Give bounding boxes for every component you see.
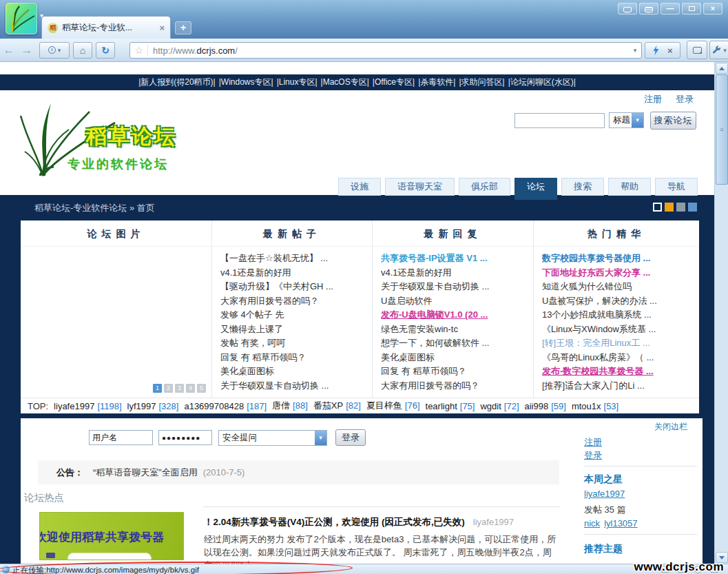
home-button[interactable]: ⌂ <box>73 42 92 59</box>
new-tab-button[interactable]: + <box>175 21 191 34</box>
top-user[interactable]: wgdit[72] <box>480 401 519 411</box>
browser-tab[interactable]: 稻 稻草论坛-专业软... × <box>41 16 171 39</box>
lightning-icon[interactable] <box>652 45 660 55</box>
nick-value-link[interactable]: lyl13057 <box>604 518 637 529</box>
top-user[interactable]: liyafe1997[1198] <box>54 401 121 411</box>
forum-topic[interactable]: 回复 有 稻草币领吗？ <box>220 351 372 365</box>
feedback-icon[interactable] <box>639 3 658 14</box>
register-link[interactable]: 注册 <box>644 93 662 105</box>
nick-label-link[interactable]: nick <box>584 518 600 529</box>
sidebar-register-link[interactable]: 注册 <box>584 436 602 449</box>
forum-tab[interactable]: 论坛 <box>514 178 557 200</box>
forum-tab[interactable]: 搜索 <box>561 178 604 196</box>
post-title[interactable]: ！2.04新共享拨号器(V4)正公测，欢迎使用 (因正式发布,已失效) <box>204 517 465 527</box>
forum-topic[interactable]: 又懒得去上课了 <box>220 322 372 337</box>
forum-tab[interactable]: 语音聊天室 <box>385 178 455 196</box>
history-button[interactable]: ▾ <box>39 42 70 59</box>
forum-topic[interactable]: 13个小妙招成就电脑系统 ... <box>542 308 699 322</box>
page-dot[interactable]: 3 <box>175 384 184 393</box>
forum-topic[interactable]: 《Linux与XWindow系统基 ... <box>542 322 699 337</box>
forum-topic[interactable]: 下面地址好东西大家分享 ... <box>542 266 699 280</box>
back-button[interactable]: ← <box>0 43 18 57</box>
search-category-select[interactable]: 标题 ▾ <box>609 112 644 128</box>
refresh-button[interactable]: ↻ <box>96 42 115 59</box>
top-user[interactable]: lyf1997[328] <box>127 401 179 411</box>
style-square[interactable] <box>688 203 697 212</box>
topnav-link[interactable]: |求助问答区| <box>459 76 504 88</box>
forum-topic[interactable]: [转]王垠：完全用Linux工 ... <box>542 336 699 351</box>
top-user[interactable]: 夏目梓鱼[76] <box>366 400 420 412</box>
forum-topic[interactable]: 【一盘在手☆装机无忧】 ... <box>220 252 372 266</box>
forum-topic[interactable]: 关于华硕双显卡自动切换 ... <box>220 379 372 393</box>
announcement-text[interactable]: “稻草语音聊天室”全面启用 <box>93 467 198 479</box>
settings-wrench-button[interactable]: ▾ <box>709 41 728 59</box>
close-button[interactable]: × <box>703 3 722 14</box>
maximize-button[interactable] <box>682 3 701 14</box>
security-question-select[interactable]: 安全提问 ▾ <box>218 430 327 446</box>
login-link[interactable]: 登录 <box>676 93 694 105</box>
search-forum-button[interactable]: 搜索论坛 <box>650 112 696 130</box>
top-user[interactable]: 唐僧[88] <box>272 400 308 412</box>
week-star-user-link[interactable]: liyafe1997 <box>584 489 625 499</box>
forum-tab[interactable]: 俱乐部 <box>459 178 510 196</box>
top-user[interactable]: 番茄XP[82] <box>313 400 361 412</box>
app-icon[interactable] <box>6 3 37 34</box>
style-square[interactable] <box>676 203 685 212</box>
forum-topic[interactable]: 大家有用旧拨号器的吗？ <box>381 379 533 393</box>
sidebar-login-link[interactable]: 登录 <box>584 449 602 462</box>
login-button[interactable]: 登录 <box>335 429 366 446</box>
url-text[interactable]: http://www.dcrjs.com/ <box>148 45 629 56</box>
topnav-link[interactable]: |新人报到(得20稻币)| <box>138 76 216 88</box>
top-user[interactable]: mtou1x[53] <box>572 401 618 411</box>
forum-topic[interactable]: U盘被写保护，解决的办法 ... <box>542 294 699 309</box>
tab-close-icon[interactable]: × <box>159 23 165 33</box>
style-square[interactable] <box>665 203 674 212</box>
forum-topic[interactable]: 美化桌面图标 <box>381 351 533 365</box>
forum-topic[interactable]: U盘启动软件 <box>381 294 533 309</box>
topnav-link[interactable]: |Windows专区| <box>219 76 273 88</box>
chat-icon[interactable] <box>618 3 637 14</box>
forum-tab[interactable]: 设施 <box>338 178 381 196</box>
page-dot[interactable]: 1 <box>153 384 162 393</box>
topnav-link[interactable]: |Linux专区| <box>277 76 318 88</box>
post-author[interactable]: liyafe1997 <box>473 517 514 527</box>
forum-topic[interactable]: 《鸟哥的Linux私房菜》（ ... <box>542 351 699 365</box>
bookmark-star-icon[interactable]: ☆ <box>130 45 148 56</box>
topnav-link[interactable]: |MacOS专区| <box>321 76 369 88</box>
forum-topic[interactable]: 关于华硕双显卡自动切换 ... <box>381 280 533 294</box>
page-dot[interactable]: 4 <box>186 384 195 393</box>
minimize-button[interactable]: — <box>661 3 680 14</box>
stop-icon[interactable]: × <box>667 45 673 56</box>
forum-topic[interactable]: v4.1还是新的好用 <box>381 266 533 280</box>
scroll-up-button[interactable] <box>716 63 728 74</box>
forum-topic[interactable]: 知道火狐为什么错位吗 <box>542 280 699 294</box>
forum-topic[interactable]: 发布-数字校园共享拨号器 ... <box>542 365 699 379</box>
forum-topic[interactable]: 发布-U盘电脑锁V1.0 (20 ... <box>381 308 533 322</box>
forum-topic[interactable]: 回复 有 稻草币领吗？ <box>381 365 533 379</box>
forum-topic[interactable]: 美化桌面图标 <box>220 365 372 379</box>
breadcrumb-page[interactable]: 首页 <box>137 203 155 213</box>
forward-button[interactable]: → <box>18 43 36 57</box>
topnav-link[interactable]: |论坛闲聊区(水区)| <box>508 76 576 88</box>
page-dot[interactable]: 5 <box>197 384 206 393</box>
forum-tab[interactable]: 导航 <box>655 178 698 196</box>
top-user[interactable]: aii998[59] <box>525 401 566 411</box>
forum-topic[interactable]: 共享拨号器-IP设置器 V1 ... <box>381 252 533 266</box>
forum-topic[interactable]: 想学一下，如何破解软件 ... <box>381 336 533 351</box>
forum-topic[interactable]: v4.1还是新的好用 <box>220 266 372 280</box>
forum-topic[interactable]: 大家有用旧拨号器的吗？ <box>220 294 372 309</box>
style-square[interactable] <box>653 203 662 212</box>
url-dropdown-icon[interactable]: ▾ <box>629 47 641 54</box>
forum-topic[interactable]: 绿色无需安装win-tc <box>381 322 533 337</box>
forum-topic[interactable]: 发够 4个帖子 先 <box>220 308 372 322</box>
forum-topic[interactable]: 发帖 有奖，呵呵 <box>220 336 372 351</box>
forum-topic[interactable]: [推荐]适合大家入门的Li ... <box>542 379 699 393</box>
address-bar[interactable]: ☆ http://www.dcrjs.com/ ▾ <box>129 42 642 59</box>
forum-topic[interactable]: 【驱动升级】《中关村GH ... <box>220 280 372 294</box>
scrollbar-thumb[interactable]: ≡ <box>716 74 728 185</box>
dialer-banner-image[interactable]: 欢迎使用稻草共享拨号器 <box>39 512 184 560</box>
password-field[interactable] <box>158 430 212 445</box>
forum-tab[interactable]: 帮助 <box>608 178 651 196</box>
vertical-scrollbar[interactable]: ≡ <box>714 62 728 564</box>
close-sidebar-link[interactable]: 关闭边栏 <box>654 421 687 433</box>
